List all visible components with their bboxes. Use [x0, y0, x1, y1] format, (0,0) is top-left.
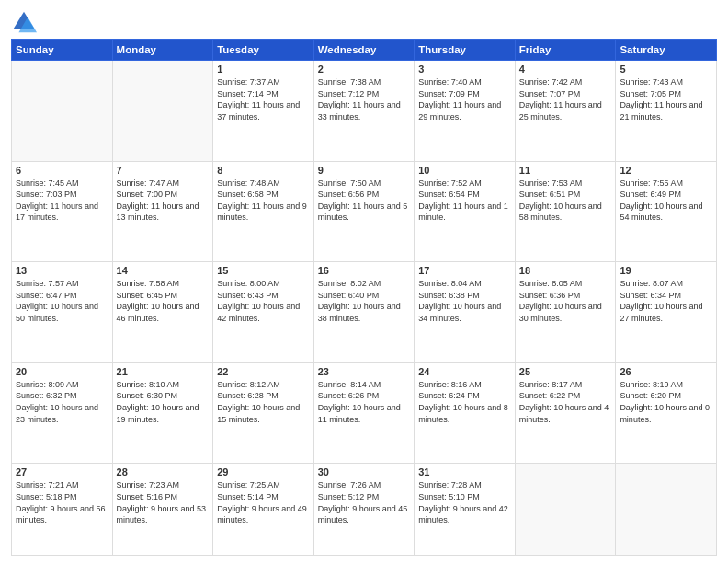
day-info: Sunrise: 8:02 AMSunset: 6:40 PMDaylight:… — [318, 278, 411, 324]
day-info: Sunrise: 8:05 AMSunset: 6:36 PMDaylight:… — [519, 278, 612, 324]
day-info: Sunrise: 7:42 AMSunset: 7:07 PMDaylight:… — [519, 76, 612, 122]
day-info-line: Daylight: 11 hours and 5 minutes. — [318, 201, 408, 223]
table-row: 25Sunrise: 8:17 AMSunset: 6:22 PMDayligh… — [515, 362, 616, 464]
day-info-line: Sunset: 6:47 PM — [16, 291, 77, 300]
table-row: 23Sunrise: 8:14 AMSunset: 6:26 PMDayligh… — [313, 362, 415, 464]
day-info-line: Sunset: 6:54 PM — [418, 190, 480, 199]
table-row: 7Sunrise: 7:47 AMSunset: 7:00 PMDaylight… — [112, 161, 213, 262]
day-info-line: Daylight: 10 hours and 42 minutes. — [217, 302, 300, 323]
day-info-line: Daylight: 9 hours and 56 minutes. — [16, 504, 106, 525]
day-info-line: Sunrise: 8:04 AM — [418, 279, 482, 288]
day-info: Sunrise: 7:47 AMSunset: 7:00 PMDaylight:… — [117, 178, 210, 224]
day-info-line: Sunrise: 7:21 AM — [16, 480, 79, 489]
day-number: 19 — [620, 265, 712, 276]
table-row: 18Sunrise: 8:05 AMSunset: 6:36 PMDayligh… — [515, 262, 616, 363]
day-info-line: Sunset: 6:38 PM — [418, 291, 480, 300]
col-wednesday: Wednesday — [313, 40, 415, 61]
day-info-line: Sunset: 7:14 PM — [217, 89, 279, 98]
day-info-line: Sunrise: 7:48 AM — [217, 178, 280, 188]
day-info-line: Sunrise: 7:45 AM — [16, 178, 79, 188]
day-info-line: Sunset: 6:40 PM — [318, 291, 380, 300]
day-info-line: Sunrise: 7:58 AM — [117, 279, 180, 288]
table-row: 10Sunrise: 7:52 AMSunset: 6:54 PMDayligh… — [415, 161, 516, 262]
table-row — [12, 61, 113, 162]
day-info-line: Daylight: 11 hours and 9 minutes. — [217, 201, 307, 223]
day-info-line: Sunset: 6:24 PM — [418, 391, 480, 400]
day-info: Sunrise: 7:21 AMSunset: 5:18 PMDaylight:… — [16, 479, 108, 525]
day-info-line: Sunset: 7:09 PM — [418, 89, 480, 98]
logo-icon — [11, 9, 37, 35]
day-info-line: Sunset: 7:05 PM — [620, 89, 681, 98]
calendar-table: Sunday Monday Tuesday Wednesday Thursday… — [11, 39, 717, 556]
day-info-line: Sunrise: 8:19 AM — [620, 380, 683, 389]
day-number: 13 — [16, 265, 108, 276]
table-row: 12Sunrise: 7:55 AMSunset: 6:49 PMDayligh… — [616, 161, 717, 262]
day-info: Sunrise: 8:16 AMSunset: 6:24 PMDaylight:… — [418, 379, 511, 425]
day-info-line: Daylight: 10 hours and 19 minutes. — [117, 403, 199, 424]
table-row: 21Sunrise: 8:10 AMSunset: 6:30 PMDayligh… — [112, 362, 213, 464]
table-row: 19Sunrise: 8:07 AMSunset: 6:34 PMDayligh… — [616, 262, 717, 363]
day-info-line: Sunrise: 7:50 AM — [318, 178, 381, 188]
day-info-line: Sunrise: 7:28 AM — [418, 480, 482, 489]
day-info-line: Sunrise: 8:02 AM — [318, 279, 381, 288]
table-row: 4Sunrise: 7:42 AMSunset: 7:07 PMDaylight… — [515, 61, 616, 162]
day-info-line: Daylight: 9 hours and 45 minutes. — [318, 504, 408, 525]
day-info-line: Daylight: 10 hours and 27 minutes. — [620, 302, 702, 323]
day-info: Sunrise: 8:07 AMSunset: 6:34 PMDaylight:… — [620, 278, 712, 324]
day-info-line: Daylight: 11 hours and 37 minutes. — [217, 100, 300, 121]
table-row: 6Sunrise: 7:45 AMSunset: 7:03 PMDaylight… — [12, 161, 113, 262]
day-number: 1 — [217, 63, 310, 75]
day-info-line: Sunrise: 7:42 AM — [519, 77, 583, 86]
col-thursday: Thursday — [415, 40, 516, 61]
table-row: 2Sunrise: 7:38 AMSunset: 7:12 PMDaylight… — [313, 61, 415, 162]
day-info-line: Sunset: 6:32 PM — [16, 391, 77, 400]
table-row — [515, 464, 616, 556]
day-info-line: Daylight: 11 hours and 1 minute. — [418, 201, 508, 223]
day-number: 4 — [519, 63, 612, 75]
day-number: 7 — [117, 165, 210, 176]
day-info-line: Sunset: 7:00 PM — [117, 190, 178, 199]
day-number: 12 — [620, 165, 712, 176]
day-info-line: Daylight: 11 hours and 25 minutes. — [519, 100, 602, 121]
day-info-line: Sunrise: 7:52 AM — [418, 178, 482, 188]
day-info-line: Sunset: 7:12 PM — [318, 89, 380, 98]
day-info: Sunrise: 8:14 AMSunset: 6:26 PMDaylight:… — [318, 379, 411, 425]
logo — [11, 9, 40, 35]
day-number: 28 — [117, 466, 210, 477]
day-number: 26 — [620, 366, 712, 377]
day-number: 27 — [16, 466, 108, 477]
table-row: 20Sunrise: 8:09 AMSunset: 6:32 PMDayligh… — [12, 362, 113, 464]
table-row: 22Sunrise: 8:12 AMSunset: 6:28 PMDayligh… — [213, 362, 314, 464]
day-info-line: Daylight: 11 hours and 29 minutes. — [418, 100, 501, 121]
col-friday: Friday — [515, 40, 616, 61]
table-row: 27Sunrise: 7:21 AMSunset: 5:18 PMDayligh… — [12, 464, 113, 556]
day-number: 10 — [418, 165, 511, 176]
day-info-line: Sunset: 6:56 PM — [318, 190, 380, 199]
day-number: 17 — [418, 265, 511, 276]
day-info-line: Sunrise: 8:16 AM — [418, 380, 482, 389]
table-row: 24Sunrise: 8:16 AMSunset: 6:24 PMDayligh… — [415, 362, 516, 464]
table-row: 11Sunrise: 7:53 AMSunset: 6:51 PMDayligh… — [515, 161, 616, 262]
day-info-line: Sunrise: 8:00 AM — [217, 279, 280, 288]
page-header — [11, 9, 717, 35]
table-row: 5Sunrise: 7:43 AMSunset: 7:05 PMDaylight… — [616, 61, 717, 162]
day-info-line: Daylight: 10 hours and 0 minutes. — [620, 403, 710, 424]
table-row: 31Sunrise: 7:28 AMSunset: 5:10 PMDayligh… — [415, 464, 516, 556]
day-number: 14 — [117, 265, 210, 276]
day-info-line: Sunrise: 7:47 AM — [117, 178, 180, 188]
day-info-line: Sunset: 6:43 PM — [217, 291, 279, 300]
table-row: 16Sunrise: 8:02 AMSunset: 6:40 PMDayligh… — [313, 262, 415, 363]
day-info: Sunrise: 8:12 AMSunset: 6:28 PMDaylight:… — [217, 379, 310, 425]
day-info-line: Sunrise: 7:38 AM — [318, 77, 381, 86]
day-info-line: Daylight: 10 hours and 58 minutes. — [519, 201, 602, 223]
day-info-line: Sunrise: 7:25 AM — [217, 480, 280, 489]
col-saturday: Saturday — [616, 40, 717, 61]
day-info-line: Daylight: 10 hours and 46 minutes. — [117, 302, 199, 323]
day-info-line: Sunrise: 7:53 AM — [519, 178, 583, 188]
day-number: 8 — [217, 165, 310, 176]
day-number: 15 — [217, 265, 310, 276]
table-row: 9Sunrise: 7:50 AMSunset: 6:56 PMDaylight… — [313, 161, 415, 262]
day-info-line: Daylight: 9 hours and 42 minutes. — [418, 504, 508, 525]
day-info-line: Sunrise: 7:26 AM — [318, 480, 381, 489]
day-info-line: Sunset: 6:30 PM — [117, 391, 178, 400]
